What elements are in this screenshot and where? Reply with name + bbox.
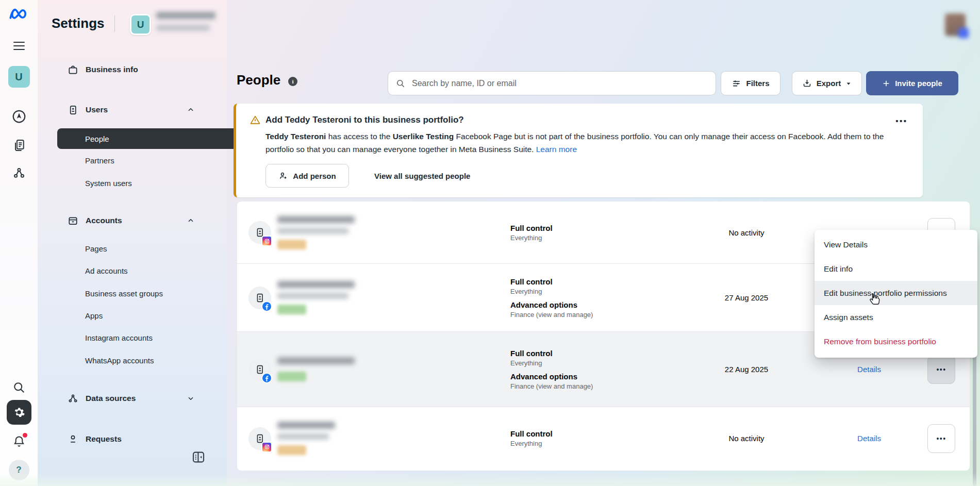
banner-body: Teddy Testeroni has access to the Userli… (265, 130, 889, 156)
details-link[interactable]: Details (828, 365, 910, 374)
box-icon (67, 215, 79, 227)
status-chip-redacted (277, 372, 306, 381)
person-handle-redacted (277, 433, 329, 440)
sidebar-item-business-info[interactable]: Business info (67, 61, 217, 78)
table-row[interactable]: Full control Everything No activity Deta… (237, 407, 970, 470)
collapse-sidebar-icon[interactable] (191, 449, 206, 465)
sidebar-item-pages[interactable]: Pages (85, 241, 214, 256)
role-cell: Full control Everything (510, 224, 665, 242)
row-more-button-active[interactable] (927, 355, 955, 384)
menu-item-assign-assets[interactable]: Assign assets (815, 305, 977, 329)
sidebar-section-data-sources[interactable]: Data sources (67, 390, 217, 407)
menu-item-edit-info[interactable]: Edit info (815, 257, 977, 281)
person-email-redacted (277, 293, 348, 299)
meta-logo-icon[interactable] (0, 4, 38, 24)
person-name-redacted (277, 281, 355, 288)
learn-more-link[interactable]: Learn more (536, 145, 577, 154)
sidebar-label-selected: People (85, 135, 109, 143)
add-person-button[interactable]: Add person (265, 164, 349, 188)
sidebar-item-partners[interactable]: Partners (85, 153, 214, 168)
billing-documents-icon[interactable] (0, 136, 38, 155)
title-divider (114, 15, 115, 32)
sidebar-label: Accounts (86, 216, 122, 225)
last-activity: No activity (665, 228, 828, 237)
instagram-badge-icon (261, 236, 272, 246)
people-search (388, 71, 716, 95)
caret-down-icon (845, 80, 852, 87)
sidebar-section-users[interactable]: Users (67, 101, 217, 119)
person-avatar (248, 221, 271, 244)
person-name-redacted (277, 422, 335, 429)
help-button[interactable] (0, 460, 38, 480)
ads-manager-icon[interactable] (0, 107, 38, 126)
chevron-up-icon (187, 216, 195, 225)
business-name-redacted (156, 12, 215, 19)
user-profile-avatar[interactable] (945, 13, 966, 36)
last-activity: 27 Aug 2025 (665, 293, 828, 302)
notification-badge (23, 433, 27, 438)
gear-icon (7, 400, 31, 425)
person-cell (248, 216, 510, 249)
row-context-menu: View Details Edit info Edit business por… (815, 230, 977, 358)
id-card-icon (67, 104, 79, 116)
person-avatar (248, 427, 271, 450)
chevron-up-icon (187, 106, 195, 114)
sidebar-item-instagram-accounts[interactable]: Instagram accounts (85, 330, 214, 345)
sidebar-item-whatsapp-accounts[interactable]: WhatsApp accounts (85, 353, 214, 368)
page-title: People (237, 72, 280, 88)
plus-icon (882, 79, 890, 88)
person-cell (248, 281, 510, 314)
sidebar-label: Business info (86, 65, 138, 74)
briefcase-icon (67, 64, 79, 76)
sidebar-label: Data sources (86, 394, 136, 403)
notifications-button[interactable] (0, 433, 38, 450)
info-icon[interactable]: i (288, 77, 297, 86)
person-cell (248, 357, 510, 381)
menu-icon[interactable] (0, 38, 38, 54)
row-more-button[interactable] (927, 424, 955, 453)
search-icon (395, 78, 406, 89)
sidebar-section-accounts[interactable]: Accounts (67, 212, 217, 229)
status-chip-redacted (277, 305, 306, 314)
invite-people-button[interactable]: Invite people (866, 71, 958, 95)
details-link[interactable]: Details (828, 434, 910, 443)
business-network-icon[interactable] (0, 164, 38, 182)
business-avatar-topbar[interactable]: U (130, 14, 151, 35)
search-nav-icon[interactable] (0, 379, 38, 396)
status-chip-redacted (277, 445, 306, 455)
banner-more-icon[interactable] (893, 114, 910, 127)
sidebar-section-requests[interactable]: Requests (67, 430, 217, 448)
business-avatar-rail[interactable]: U (0, 66, 38, 88)
sidebar-item-apps[interactable]: Apps (85, 308, 214, 323)
instagram-badge-icon (261, 442, 272, 453)
person-avatar (248, 287, 271, 309)
sidebar-item-ad-accounts[interactable]: Ad accounts (85, 263, 214, 278)
facebook-badge-icon (261, 301, 272, 312)
role-cell: Full control Everything Advanced options… (510, 349, 665, 390)
view-all-suggested-button[interactable]: View all suggested people (366, 164, 478, 188)
filters-button[interactable]: Filters (721, 71, 780, 95)
sidebar-item-system-users[interactable]: System users (85, 175, 214, 191)
menu-item-remove-from-portfolio[interactable]: Remove from business portfolio (815, 329, 977, 354)
warning-icon (250, 114, 261, 126)
network-icon (67, 393, 79, 405)
question-mark-icon (9, 460, 29, 480)
menu-item-edit-permissions[interactable]: Edit business portfolio permissions (815, 281, 977, 305)
suggested-person-banner: Add Teddy Testeroni to this business por… (234, 104, 923, 197)
person-icon (67, 433, 79, 445)
sidebar-item-business-asset-groups[interactable]: Business asset groups (85, 286, 214, 301)
filters-icon (732, 78, 741, 88)
business-avatar-letter: U (8, 66, 30, 88)
settings-sidebar: Business info Users People Partners Syst… (38, 0, 227, 486)
settings-nav-button[interactable] (0, 400, 38, 425)
business-id-redacted (156, 25, 210, 31)
sidebar-item-people[interactable]: People (57, 128, 240, 149)
sidebar-label: Users (86, 105, 108, 114)
person-avatar (248, 358, 271, 381)
role-cell: Full control Everything Advanced options… (510, 277, 665, 319)
export-button[interactable]: Export (792, 71, 862, 95)
meta-business-settings-screen: U Busin (0, 0, 980, 486)
page-app-title: Settings (52, 15, 105, 31)
menu-item-view-details[interactable]: View Details (815, 232, 977, 257)
search-input[interactable] (411, 78, 708, 89)
